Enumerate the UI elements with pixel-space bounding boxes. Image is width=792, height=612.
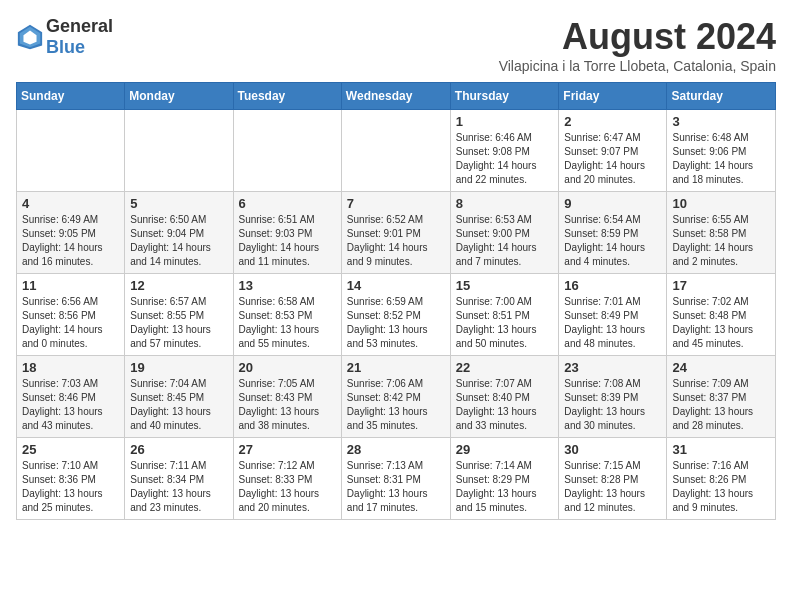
calendar-cell: 2Sunrise: 6:47 AMSunset: 9:07 PMDaylight… bbox=[559, 110, 667, 192]
day-number: 11 bbox=[22, 278, 119, 293]
calendar-cell: 9Sunrise: 6:54 AMSunset: 8:59 PMDaylight… bbox=[559, 192, 667, 274]
day-number: 28 bbox=[347, 442, 445, 457]
day-number: 24 bbox=[672, 360, 770, 375]
header-monday: Monday bbox=[125, 83, 233, 110]
logo-general: General bbox=[46, 16, 113, 36]
day-number: 14 bbox=[347, 278, 445, 293]
header-saturday: Saturday bbox=[667, 83, 776, 110]
calendar-cell: 21Sunrise: 7:06 AMSunset: 8:42 PMDayligh… bbox=[341, 356, 450, 438]
day-detail: Sunrise: 6:52 AMSunset: 9:01 PMDaylight:… bbox=[347, 213, 445, 269]
header-thursday: Thursday bbox=[450, 83, 559, 110]
day-number: 6 bbox=[239, 196, 336, 211]
calendar-cell: 25Sunrise: 7:10 AMSunset: 8:36 PMDayligh… bbox=[17, 438, 125, 520]
day-number: 29 bbox=[456, 442, 554, 457]
calendar-cell: 11Sunrise: 6:56 AMSunset: 8:56 PMDayligh… bbox=[17, 274, 125, 356]
day-number: 7 bbox=[347, 196, 445, 211]
calendar-cell: 14Sunrise: 6:59 AMSunset: 8:52 PMDayligh… bbox=[341, 274, 450, 356]
calendar-cell: 26Sunrise: 7:11 AMSunset: 8:34 PMDayligh… bbox=[125, 438, 233, 520]
day-detail: Sunrise: 6:51 AMSunset: 9:03 PMDaylight:… bbox=[239, 213, 336, 269]
calendar-cell: 31Sunrise: 7:16 AMSunset: 8:26 PMDayligh… bbox=[667, 438, 776, 520]
day-detail: Sunrise: 7:16 AMSunset: 8:26 PMDaylight:… bbox=[672, 459, 770, 515]
calendar-cell: 22Sunrise: 7:07 AMSunset: 8:40 PMDayligh… bbox=[450, 356, 559, 438]
day-number: 20 bbox=[239, 360, 336, 375]
day-detail: Sunrise: 7:03 AMSunset: 8:46 PMDaylight:… bbox=[22, 377, 119, 433]
calendar-week-1: 1Sunrise: 6:46 AMSunset: 9:08 PMDaylight… bbox=[17, 110, 776, 192]
calendar-cell: 18Sunrise: 7:03 AMSunset: 8:46 PMDayligh… bbox=[17, 356, 125, 438]
day-detail: Sunrise: 6:50 AMSunset: 9:04 PMDaylight:… bbox=[130, 213, 227, 269]
calendar-header-row: SundayMondayTuesdayWednesdayThursdayFrid… bbox=[17, 83, 776, 110]
day-number: 15 bbox=[456, 278, 554, 293]
header-wednesday: Wednesday bbox=[341, 83, 450, 110]
day-detail: Sunrise: 6:59 AMSunset: 8:52 PMDaylight:… bbox=[347, 295, 445, 351]
page-header: General Blue August 2024 Vilapicina i la… bbox=[16, 16, 776, 74]
day-number: 9 bbox=[564, 196, 661, 211]
header-tuesday: Tuesday bbox=[233, 83, 341, 110]
calendar-cell: 17Sunrise: 7:02 AMSunset: 8:48 PMDayligh… bbox=[667, 274, 776, 356]
calendar: SundayMondayTuesdayWednesdayThursdayFrid… bbox=[16, 82, 776, 520]
logo: General Blue bbox=[16, 16, 113, 58]
day-detail: Sunrise: 7:07 AMSunset: 8:40 PMDaylight:… bbox=[456, 377, 554, 433]
calendar-cell: 13Sunrise: 6:58 AMSunset: 8:53 PMDayligh… bbox=[233, 274, 341, 356]
day-number: 17 bbox=[672, 278, 770, 293]
day-number: 21 bbox=[347, 360, 445, 375]
calendar-cell: 29Sunrise: 7:14 AMSunset: 8:29 PMDayligh… bbox=[450, 438, 559, 520]
calendar-cell: 15Sunrise: 7:00 AMSunset: 8:51 PMDayligh… bbox=[450, 274, 559, 356]
day-detail: Sunrise: 6:53 AMSunset: 9:00 PMDaylight:… bbox=[456, 213, 554, 269]
day-number: 31 bbox=[672, 442, 770, 457]
day-detail: Sunrise: 6:54 AMSunset: 8:59 PMDaylight:… bbox=[564, 213, 661, 269]
calendar-cell: 10Sunrise: 6:55 AMSunset: 8:58 PMDayligh… bbox=[667, 192, 776, 274]
day-detail: Sunrise: 7:02 AMSunset: 8:48 PMDaylight:… bbox=[672, 295, 770, 351]
calendar-cell: 24Sunrise: 7:09 AMSunset: 8:37 PMDayligh… bbox=[667, 356, 776, 438]
day-number: 18 bbox=[22, 360, 119, 375]
day-detail: Sunrise: 7:14 AMSunset: 8:29 PMDaylight:… bbox=[456, 459, 554, 515]
calendar-cell bbox=[233, 110, 341, 192]
day-detail: Sunrise: 6:46 AMSunset: 9:08 PMDaylight:… bbox=[456, 131, 554, 187]
day-number: 26 bbox=[130, 442, 227, 457]
calendar-cell: 5Sunrise: 6:50 AMSunset: 9:04 PMDaylight… bbox=[125, 192, 233, 274]
calendar-cell: 20Sunrise: 7:05 AMSunset: 8:43 PMDayligh… bbox=[233, 356, 341, 438]
day-detail: Sunrise: 7:11 AMSunset: 8:34 PMDaylight:… bbox=[130, 459, 227, 515]
day-number: 5 bbox=[130, 196, 227, 211]
day-detail: Sunrise: 7:04 AMSunset: 8:45 PMDaylight:… bbox=[130, 377, 227, 433]
title-section: August 2024 Vilapicina i la Torre Llobet… bbox=[499, 16, 776, 74]
logo-blue: Blue bbox=[46, 37, 85, 57]
calendar-cell bbox=[125, 110, 233, 192]
calendar-cell: 7Sunrise: 6:52 AMSunset: 9:01 PMDaylight… bbox=[341, 192, 450, 274]
day-detail: Sunrise: 6:48 AMSunset: 9:06 PMDaylight:… bbox=[672, 131, 770, 187]
calendar-cell: 28Sunrise: 7:13 AMSunset: 8:31 PMDayligh… bbox=[341, 438, 450, 520]
day-number: 2 bbox=[564, 114, 661, 129]
day-detail: Sunrise: 7:09 AMSunset: 8:37 PMDaylight:… bbox=[672, 377, 770, 433]
day-number: 23 bbox=[564, 360, 661, 375]
day-number: 1 bbox=[456, 114, 554, 129]
day-number: 19 bbox=[130, 360, 227, 375]
calendar-cell: 16Sunrise: 7:01 AMSunset: 8:49 PMDayligh… bbox=[559, 274, 667, 356]
calendar-cell: 6Sunrise: 6:51 AMSunset: 9:03 PMDaylight… bbox=[233, 192, 341, 274]
calendar-week-2: 4Sunrise: 6:49 AMSunset: 9:05 PMDaylight… bbox=[17, 192, 776, 274]
location: Vilapicina i la Torre Llobeta, Catalonia… bbox=[499, 58, 776, 74]
day-number: 25 bbox=[22, 442, 119, 457]
calendar-week-5: 25Sunrise: 7:10 AMSunset: 8:36 PMDayligh… bbox=[17, 438, 776, 520]
day-number: 27 bbox=[239, 442, 336, 457]
day-number: 4 bbox=[22, 196, 119, 211]
day-detail: Sunrise: 6:58 AMSunset: 8:53 PMDaylight:… bbox=[239, 295, 336, 351]
calendar-week-4: 18Sunrise: 7:03 AMSunset: 8:46 PMDayligh… bbox=[17, 356, 776, 438]
calendar-cell: 23Sunrise: 7:08 AMSunset: 8:39 PMDayligh… bbox=[559, 356, 667, 438]
day-number: 13 bbox=[239, 278, 336, 293]
month-year: August 2024 bbox=[499, 16, 776, 58]
calendar-cell: 4Sunrise: 6:49 AMSunset: 9:05 PMDaylight… bbox=[17, 192, 125, 274]
day-detail: Sunrise: 6:56 AMSunset: 8:56 PMDaylight:… bbox=[22, 295, 119, 351]
day-detail: Sunrise: 6:57 AMSunset: 8:55 PMDaylight:… bbox=[130, 295, 227, 351]
calendar-cell: 27Sunrise: 7:12 AMSunset: 8:33 PMDayligh… bbox=[233, 438, 341, 520]
calendar-cell bbox=[17, 110, 125, 192]
day-detail: Sunrise: 7:08 AMSunset: 8:39 PMDaylight:… bbox=[564, 377, 661, 433]
day-number: 3 bbox=[672, 114, 770, 129]
calendar-cell: 12Sunrise: 6:57 AMSunset: 8:55 PMDayligh… bbox=[125, 274, 233, 356]
header-friday: Friday bbox=[559, 83, 667, 110]
day-detail: Sunrise: 6:47 AMSunset: 9:07 PMDaylight:… bbox=[564, 131, 661, 187]
header-sunday: Sunday bbox=[17, 83, 125, 110]
calendar-cell: 3Sunrise: 6:48 AMSunset: 9:06 PMDaylight… bbox=[667, 110, 776, 192]
calendar-cell: 8Sunrise: 6:53 AMSunset: 9:00 PMDaylight… bbox=[450, 192, 559, 274]
day-number: 8 bbox=[456, 196, 554, 211]
day-number: 22 bbox=[456, 360, 554, 375]
day-detail: Sunrise: 7:00 AMSunset: 8:51 PMDaylight:… bbox=[456, 295, 554, 351]
